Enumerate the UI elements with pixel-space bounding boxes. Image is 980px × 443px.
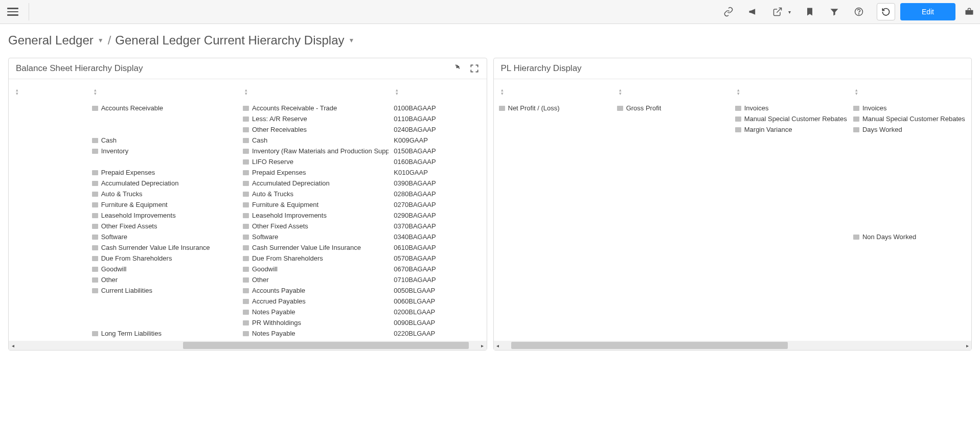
cell: Software [92, 231, 238, 242]
briefcase-icon[interactable] [964, 6, 975, 17]
cell: Other [243, 274, 389, 285]
tag-icon [243, 288, 249, 293]
scroll-right-icon[interactable]: ▸ [478, 343, 487, 348]
pl-col3: InvoicesManual Special Customer RebatesM… [735, 88, 848, 336]
cell-label: Accumulated Depreciation [101, 179, 179, 187]
panel-title: Balance Sheet Hierarchy Display [16, 63, 143, 74]
tag-icon [92, 213, 98, 218]
balance-sheet-table[interactable]: Accounts Receivable..CashInventory.Prepa… [9, 79, 487, 341]
tag-icon [243, 138, 249, 143]
cell-label: Margin Variance [744, 126, 792, 133]
tag-icon [243, 320, 249, 325]
pl-table[interactable]: Net Profit / (Loss) Gross Profit Invoice… [494, 79, 972, 341]
scroll-left-icon[interactable]: ◂ [9, 343, 17, 348]
cell: Inventory [92, 146, 238, 156]
code-cell: 0200BLGAAP [394, 307, 481, 317]
cell: Invoices [853, 103, 966, 113]
cell: Current Liabilities [92, 285, 238, 296]
code-cell: 0670BAGAAP [394, 264, 481, 274]
cell: Less: A/R Reserve [243, 113, 389, 124]
tag-icon [243, 127, 249, 132]
cell: Accumulated Depreciation [243, 178, 389, 189]
export-icon[interactable] [772, 6, 783, 17]
breadcrumb-root[interactable]: General Ledger [8, 33, 94, 48]
cell: Net Profit / (Loss) [499, 103, 612, 113]
sort-icon[interactable] [619, 88, 624, 97]
cell-label: Leasehold Improvements [101, 212, 176, 219]
tag-icon [243, 245, 249, 250]
cell-label: Accumulated Depreciation [252, 179, 330, 187]
scroll-left-icon[interactable]: ◂ [494, 343, 502, 348]
help-icon[interactable] [853, 6, 864, 17]
tag-icon [92, 106, 98, 111]
breadcrumb-page-caret-icon[interactable]: ▼ [349, 37, 355, 44]
tag-icon [92, 331, 98, 336]
tag-icon [92, 138, 98, 143]
cell-label: Cash Surrender Value Life Insurance [101, 244, 210, 251]
tag-icon [243, 192, 249, 197]
megaphone-icon[interactable] [747, 6, 759, 17]
cell-label: Furniture & Equipment [101, 201, 168, 208]
sort-icon[interactable] [94, 88, 99, 97]
hamburger-menu-icon[interactable] [5, 4, 20, 19]
code-cell: 0570BAGAAP [394, 253, 481, 264]
edit-button[interactable]: Edit [900, 3, 955, 20]
svg-point-1 [858, 14, 859, 14]
tag-icon [243, 170, 249, 175]
sort-icon[interactable] [245, 88, 250, 97]
balance-sheet-panel: Balance Sheet Hierarchy Display Accounts… [8, 58, 487, 351]
cell: Goodwill [243, 264, 389, 274]
cell: Other Fixed Assets [92, 221, 238, 231]
panel-header: PL Hierarchy Display [494, 58, 972, 79]
bookmark-icon[interactable] [804, 6, 815, 17]
cell: Accounts Receivable [92, 103, 238, 113]
link-icon[interactable] [723, 6, 734, 17]
export-dropdown-caret-icon[interactable]: ▾ [788, 9, 791, 15]
breadcrumb-root-caret-icon[interactable]: ▼ [98, 37, 104, 44]
tag-icon [92, 277, 98, 283]
code-cell: 0160BAGAAP [394, 156, 481, 167]
cell-label: Other [252, 276, 269, 284]
cell: Manual Special Customer Rebates [735, 113, 848, 124]
h-scrollbar[interactable]: ◂ ▸ [494, 341, 972, 350]
sort-icon[interactable] [737, 88, 742, 97]
code-cell: 0090BLGAAP [394, 317, 481, 328]
cell: Gross Profit [617, 103, 730, 113]
tag-icon [243, 181, 249, 186]
refresh-button[interactable] [877, 3, 895, 20]
cell-label: Long Term Liabilities [101, 330, 162, 337]
cell: Leasehold Improvements [92, 210, 238, 221]
sort-icon[interactable] [855, 88, 860, 97]
code-cell: 0240BAGAAP [394, 124, 481, 135]
cell-label: Software [101, 233, 127, 241]
tag-icon [243, 202, 249, 207]
breadcrumb: General Ledger ▼ / General Ledger Curren… [0, 24, 980, 58]
code-cell: 0290BAGAAP [394, 210, 481, 221]
expand-panel-icon[interactable] [469, 63, 480, 74]
tag-icon [243, 331, 249, 336]
cell-label: Accounts Receivable [101, 104, 163, 112]
tag-icon [92, 235, 98, 240]
cell: Accrued Payables [243, 296, 389, 307]
tag-icon [853, 235, 859, 240]
sort-icon[interactable] [396, 88, 401, 97]
tag-icon [243, 224, 249, 229]
cell-label: Goodwill [101, 265, 127, 273]
cell: Other Receivables [243, 124, 389, 135]
sort-icon[interactable] [501, 88, 506, 97]
pl-col2: Gross Profit [617, 88, 730, 336]
tag-icon [243, 299, 249, 304]
cell-label: Cash [101, 136, 117, 144]
cell-label: Inventory [101, 147, 128, 155]
tag-icon [92, 224, 98, 229]
tag-icon [243, 213, 249, 218]
cell: Due From Shareholders [243, 253, 389, 264]
refresh-panel-icon[interactable] [452, 63, 462, 74]
sort-icon[interactable] [16, 88, 21, 97]
breadcrumb-page[interactable]: General Ledger Current Hierarchy Display [115, 33, 344, 48]
h-scrollbar[interactable]: ◂ ▸ [9, 341, 487, 350]
scroll-right-icon[interactable]: ▸ [963, 343, 971, 348]
filter-icon[interactable] [829, 6, 840, 17]
code-cell: 0370BAGAAP [394, 221, 481, 231]
bs-col2: Accounts Receivable..CashInventory.Prepa… [92, 88, 238, 339]
